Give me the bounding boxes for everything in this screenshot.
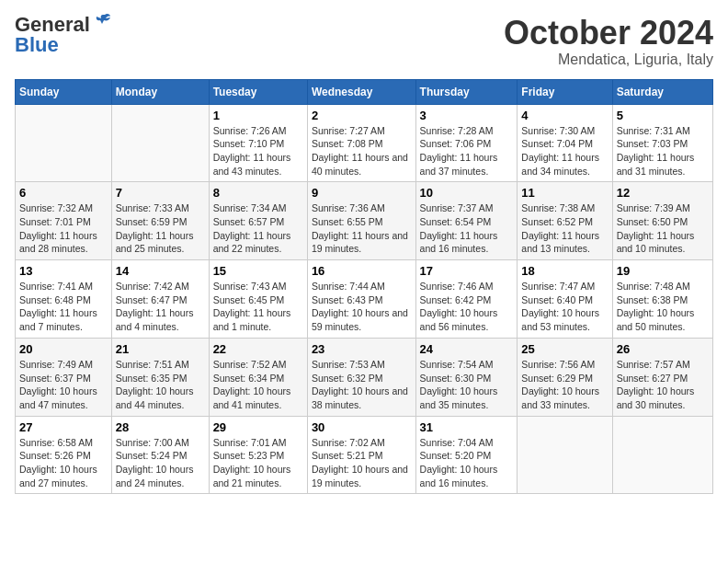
day-info: Sunrise: 7:38 AM Sunset: 6:52 PM Dayligh… <box>521 201 608 256</box>
weekday-header-wednesday: Wednesday <box>307 79 415 104</box>
day-number: 5 <box>617 109 709 122</box>
day-number: 3 <box>420 109 514 122</box>
day-info: Sunrise: 7:51 AM Sunset: 6:35 PM Dayligh… <box>116 358 205 412</box>
day-number: 8 <box>213 186 303 200</box>
day-info: Sunrise: 7:34 AM Sunset: 6:57 PM Dayligh… <box>213 201 303 256</box>
day-info: Sunrise: 7:36 AM Sunset: 6:55 PM Dayligh… <box>312 201 412 256</box>
day-number: 20 <box>19 342 108 356</box>
day-number: 7 <box>116 186 205 200</box>
calendar-week-row: 6Sunrise: 7:32 AM Sunset: 7:01 PM Daylig… <box>16 182 713 260</box>
calendar-cell: 6Sunrise: 7:32 AM Sunset: 7:01 PM Daylig… <box>16 182 112 260</box>
calendar-cell: 31Sunrise: 7:04 AM Sunset: 5:20 PM Dayli… <box>415 416 518 494</box>
calendar-cell: 5Sunrise: 7:31 AM Sunset: 7:03 PM Daylig… <box>612 104 712 182</box>
calendar-cell: 22Sunrise: 7:52 AM Sunset: 6:34 PM Dayli… <box>209 338 307 416</box>
logo-blue-text: Blue <box>15 35 59 55</box>
calendar-cell: 8Sunrise: 7:34 AM Sunset: 6:57 PM Daylig… <box>209 182 307 260</box>
calendar-cell: 2Sunrise: 7:27 AM Sunset: 7:08 PM Daylig… <box>307 104 415 182</box>
day-info: Sunrise: 7:54 AM Sunset: 6:30 PM Dayligh… <box>420 358 514 412</box>
day-info: Sunrise: 7:01 AM Sunset: 5:23 PM Dayligh… <box>213 436 303 490</box>
weekday-header-monday: Monday <box>111 79 209 104</box>
calendar-cell: 15Sunrise: 7:43 AM Sunset: 6:45 PM Dayli… <box>209 260 307 339</box>
day-info: Sunrise: 7:57 AM Sunset: 6:27 PM Dayligh… <box>617 358 709 412</box>
calendar-cell: 7Sunrise: 7:33 AM Sunset: 6:59 PM Daylig… <box>111 182 209 260</box>
calendar-week-row: 1Sunrise: 7:26 AM Sunset: 7:10 PM Daylig… <box>16 104 713 182</box>
day-number: 16 <box>312 264 412 278</box>
weekday-header-row: SundayMondayTuesdayWednesdayThursdayFrid… <box>16 79 713 104</box>
calendar-cell: 3Sunrise: 7:28 AM Sunset: 7:06 PM Daylig… <box>415 104 518 182</box>
page-header: General Blue October 2024 Mendatica, Lig… <box>15 15 713 68</box>
calendar-cell: 21Sunrise: 7:51 AM Sunset: 6:35 PM Dayli… <box>111 338 209 416</box>
day-info: Sunrise: 7:00 AM Sunset: 5:24 PM Dayligh… <box>116 436 205 490</box>
day-info: Sunrise: 7:48 AM Sunset: 6:38 PM Dayligh… <box>617 280 709 334</box>
day-number: 4 <box>521 109 608 122</box>
calendar-cell: 25Sunrise: 7:56 AM Sunset: 6:29 PM Dayli… <box>518 338 612 416</box>
day-number: 12 <box>617 186 709 200</box>
calendar-cell: 13Sunrise: 7:41 AM Sunset: 6:48 PM Dayli… <box>16 260 112 339</box>
day-info: Sunrise: 7:33 AM Sunset: 6:59 PM Dayligh… <box>116 201 205 256</box>
day-number: 23 <box>312 342 412 356</box>
calendar-cell: 14Sunrise: 7:42 AM Sunset: 6:47 PM Dayli… <box>111 260 209 339</box>
calendar-cell: 10Sunrise: 7:37 AM Sunset: 6:54 PM Dayli… <box>415 182 518 260</box>
calendar-cell: 17Sunrise: 7:46 AM Sunset: 6:42 PM Dayli… <box>415 260 518 339</box>
day-info: Sunrise: 6:58 AM Sunset: 5:26 PM Dayligh… <box>19 436 108 490</box>
calendar-cell <box>16 104 112 182</box>
day-number: 18 <box>521 264 608 278</box>
day-number: 25 <box>521 342 608 356</box>
day-number: 14 <box>116 264 205 278</box>
day-number: 6 <box>19 186 108 200</box>
calendar-cell: 27Sunrise: 6:58 AM Sunset: 5:26 PM Dayli… <box>16 416 112 494</box>
calendar-cell: 12Sunrise: 7:39 AM Sunset: 6:50 PM Dayli… <box>612 182 712 260</box>
day-info: Sunrise: 7:37 AM Sunset: 6:54 PM Dayligh… <box>420 201 514 256</box>
day-number: 21 <box>116 342 205 356</box>
calendar-body: 1Sunrise: 7:26 AM Sunset: 7:10 PM Daylig… <box>16 104 713 494</box>
day-info: Sunrise: 7:44 AM Sunset: 6:43 PM Dayligh… <box>312 280 412 334</box>
day-info: Sunrise: 7:47 AM Sunset: 6:40 PM Dayligh… <box>521 280 608 334</box>
calendar-cell: 1Sunrise: 7:26 AM Sunset: 7:10 PM Daylig… <box>209 104 307 182</box>
day-number: 30 <box>312 420 412 434</box>
day-number: 26 <box>617 342 709 356</box>
calendar-cell <box>612 416 712 494</box>
day-number: 11 <box>521 186 608 200</box>
day-number: 28 <box>116 420 205 434</box>
day-number: 29 <box>213 420 303 434</box>
weekday-header-thursday: Thursday <box>415 79 518 104</box>
day-info: Sunrise: 7:41 AM Sunset: 6:48 PM Dayligh… <box>19 280 108 334</box>
day-number: 10 <box>420 186 514 200</box>
day-info: Sunrise: 7:46 AM Sunset: 6:42 PM Dayligh… <box>420 280 514 334</box>
day-info: Sunrise: 7:52 AM Sunset: 6:34 PM Dayligh… <box>213 358 303 412</box>
day-number: 27 <box>19 420 108 434</box>
calendar-week-row: 27Sunrise: 6:58 AM Sunset: 5:26 PM Dayli… <box>16 416 713 494</box>
calendar-cell: 9Sunrise: 7:36 AM Sunset: 6:55 PM Daylig… <box>307 182 415 260</box>
calendar-week-row: 20Sunrise: 7:49 AM Sunset: 6:37 PM Dayli… <box>16 338 713 416</box>
calendar-cell: 29Sunrise: 7:01 AM Sunset: 5:23 PM Dayli… <box>209 416 307 494</box>
day-info: Sunrise: 7:39 AM Sunset: 6:50 PM Dayligh… <box>617 201 709 256</box>
calendar-week-row: 13Sunrise: 7:41 AM Sunset: 6:48 PM Dayli… <box>16 260 713 339</box>
day-info: Sunrise: 7:56 AM Sunset: 6:29 PM Dayligh… <box>521 358 608 412</box>
month-year-title: October 2024 <box>504 15 713 52</box>
day-info: Sunrise: 7:32 AM Sunset: 7:01 PM Dayligh… <box>19 201 108 256</box>
calendar-cell: 28Sunrise: 7:00 AM Sunset: 5:24 PM Dayli… <box>111 416 209 494</box>
day-number: 24 <box>420 342 514 356</box>
calendar-table: SundayMondayTuesdayWednesdayThursdayFrid… <box>15 79 713 495</box>
day-info: Sunrise: 7:02 AM Sunset: 5:21 PM Dayligh… <box>312 436 412 490</box>
calendar-cell <box>111 104 209 182</box>
day-info: Sunrise: 7:30 AM Sunset: 7:04 PM Dayligh… <box>521 124 608 178</box>
calendar-cell: 23Sunrise: 7:53 AM Sunset: 6:32 PM Dayli… <box>307 338 415 416</box>
day-info: Sunrise: 7:28 AM Sunset: 7:06 PM Dayligh… <box>420 124 514 178</box>
day-info: Sunrise: 7:42 AM Sunset: 6:47 PM Dayligh… <box>116 280 205 334</box>
calendar-cell: 20Sunrise: 7:49 AM Sunset: 6:37 PM Dayli… <box>16 338 112 416</box>
weekday-header-tuesday: Tuesday <box>209 79 307 104</box>
day-number: 2 <box>312 109 412 122</box>
location-subtitle: Mendatica, Liguria, Italy <box>504 52 713 68</box>
weekday-header-sunday: Sunday <box>16 79 112 104</box>
weekday-header-friday: Friday <box>518 79 612 104</box>
day-number: 15 <box>213 264 303 278</box>
title-block: October 2024 Mendatica, Liguria, Italy <box>504 15 713 68</box>
day-info: Sunrise: 7:26 AM Sunset: 7:10 PM Dayligh… <box>213 124 303 178</box>
day-number: 31 <box>420 420 514 434</box>
day-number: 13 <box>19 264 108 278</box>
day-info: Sunrise: 7:04 AM Sunset: 5:20 PM Dayligh… <box>420 436 514 490</box>
calendar-cell: 26Sunrise: 7:57 AM Sunset: 6:27 PM Dayli… <box>612 338 712 416</box>
day-info: Sunrise: 7:27 AM Sunset: 7:08 PM Dayligh… <box>312 124 412 178</box>
day-info: Sunrise: 7:43 AM Sunset: 6:45 PM Dayligh… <box>213 280 303 334</box>
